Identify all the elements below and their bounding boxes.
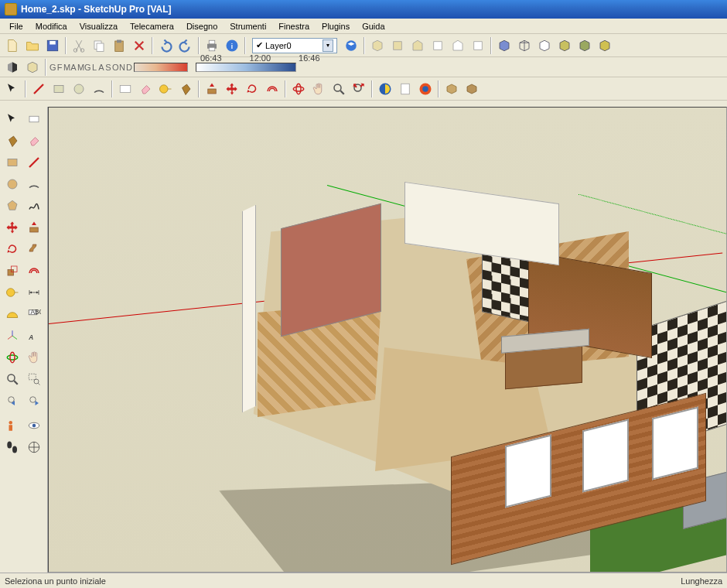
orbit-icon[interactable]: [2, 347, 22, 368]
model-info-icon[interactable]: i: [223, 36, 241, 55]
protractor-icon[interactable]: [2, 304, 22, 324]
tape-measure-icon[interactable]: [156, 80, 175, 98]
zoom-window-icon[interactable]: [24, 369, 44, 389]
axes-icon[interactable]: [2, 326, 22, 346]
monochrome-icon[interactable]: [596, 36, 614, 55]
move-icon[interactable]: [2, 217, 22, 238]
rectangle-icon[interactable]: [2, 152, 22, 173]
arc-tool-icon[interactable]: [90, 80, 108, 98]
push-pull-icon[interactable]: [203, 80, 221, 98]
get-models-icon[interactable]: [376, 80, 394, 98]
hidden-line-icon[interactable]: [535, 36, 554, 55]
menu-edit[interactable]: Modifica: [29, 20, 73, 32]
3d-text-icon[interactable]: A: [24, 326, 44, 346]
menu-file[interactable]: File: [3, 20, 29, 32]
make-component-icon[interactable]: [116, 80, 135, 98]
menu-draw[interactable]: Disegno: [180, 20, 224, 32]
previous-icon[interactable]: [2, 391, 22, 411]
dimensions-icon[interactable]: [24, 282, 44, 303]
share-model-icon[interactable]: [396, 80, 415, 98]
select-icon[interactable]: [2, 109, 22, 129]
get-photo-texture-icon[interactable]: [416, 80, 435, 98]
shadow-cube-icon[interactable]: [23, 58, 42, 77]
menu-plugins[interactable]: Plugins: [316, 20, 356, 32]
zoom-icon[interactable]: [2, 369, 22, 389]
layer-dropdown[interactable]: ✔ Layer0 ▾: [252, 38, 337, 53]
svg-point-18: [74, 84, 84, 94]
cut-icon[interactable]: [70, 36, 88, 55]
scale-icon[interactable]: [2, 261, 22, 281]
iso-view-icon[interactable]: [368, 36, 387, 55]
menu-help[interactable]: Guida: [356, 20, 391, 32]
menu-camera[interactable]: Telecamera: [124, 20, 180, 32]
zoom-icon[interactable]: [329, 80, 348, 98]
eraser-icon[interactable]: [136, 80, 155, 98]
menu-tools[interactable]: Strumenti: [224, 20, 272, 32]
orbit-icon[interactable]: [289, 80, 308, 98]
section-plane-icon[interactable]: [24, 437, 44, 457]
left-view-icon[interactable]: [469, 36, 487, 55]
polygon-icon[interactable]: [2, 196, 22, 216]
undo-icon[interactable]: [156, 36, 175, 55]
zoom-extents-icon[interactable]: [350, 80, 368, 98]
freehand-icon[interactable]: [24, 196, 44, 216]
line-tool-icon[interactable]: [29, 80, 48, 98]
save-icon[interactable]: [43, 36, 62, 55]
layers-manager-icon[interactable]: [342, 36, 360, 55]
back-view-icon[interactable]: [449, 36, 467, 55]
rotate-icon[interactable]: [2, 239, 22, 259]
top-view-icon[interactable]: [388, 36, 407, 55]
open-file-icon[interactable]: [23, 36, 42, 55]
right-view-icon[interactable]: [428, 36, 447, 55]
new-file-icon[interactable]: [3, 36, 22, 55]
arc-icon[interactable]: [24, 174, 44, 194]
offset-icon[interactable]: [263, 80, 282, 98]
toolbar-large-tools: [0, 77, 727, 101]
paint-bucket-icon[interactable]: [2, 131, 22, 151]
delete-icon[interactable]: [130, 36, 148, 55]
shaded-textures-icon[interactable]: [575, 36, 594, 55]
date-slider[interactable]: [134, 63, 188, 72]
rectangle-tool-icon[interactable]: [49, 80, 68, 98]
svg-point-46: [30, 397, 36, 403]
pan-icon[interactable]: [24, 347, 44, 368]
redo-icon[interactable]: [176, 36, 195, 55]
move-icon[interactable]: [223, 80, 241, 98]
position-camera-icon[interactable]: [2, 415, 22, 436]
make-component-icon[interactable]: [24, 109, 44, 129]
push-pull-icon[interactable]: [24, 217, 44, 238]
house-model[interactable]: [172, 146, 714, 549]
wireframe-icon[interactable]: [515, 36, 534, 55]
look-around-icon[interactable]: [24, 415, 44, 436]
offset-icon[interactable]: [24, 261, 44, 281]
pan-icon[interactable]: [309, 80, 328, 98]
next-icon[interactable]: [24, 391, 44, 411]
circle-tool-icon[interactable]: [70, 80, 88, 98]
sandbox-box2-icon[interactable]: [462, 80, 481, 98]
rotate-icon[interactable]: [243, 80, 261, 98]
time-labels: 06:4312:0016:46: [200, 53, 320, 63]
eraser-icon[interactable]: [24, 131, 44, 151]
paint-bucket-icon[interactable]: [176, 80, 195, 98]
shadow-toggle-icon[interactable]: [3, 58, 22, 77]
select-arrow-icon[interactable]: [3, 80, 22, 98]
shaded-icon[interactable]: [555, 36, 574, 55]
sandbox-box-icon[interactable]: [442, 80, 461, 98]
circle-icon[interactable]: [2, 174, 22, 194]
text-label-icon[interactable]: ABC: [24, 304, 44, 324]
xray-icon[interactable]: [495, 36, 514, 55]
titlebar: Home_2.skp - SketchUp Pro [VAL]: [0, 0, 727, 19]
paste-icon[interactable]: [110, 36, 128, 55]
line-icon[interactable]: [24, 152, 44, 173]
tape-measure-icon[interactable]: [2, 282, 22, 303]
menu-view[interactable]: Visualizza: [73, 20, 124, 32]
follow-me-icon[interactable]: [24, 239, 44, 259]
copy-icon[interactable]: [90, 36, 108, 55]
3d-viewport[interactable]: [48, 107, 727, 573]
chevron-down-icon[interactable]: ▾: [323, 39, 333, 52]
time-slider[interactable]: [196, 63, 296, 72]
front-view-icon[interactable]: [408, 36, 427, 55]
print-icon[interactable]: [203, 36, 221, 55]
menu-window[interactable]: Finestra: [272, 20, 316, 32]
walk-icon[interactable]: [2, 437, 22, 457]
